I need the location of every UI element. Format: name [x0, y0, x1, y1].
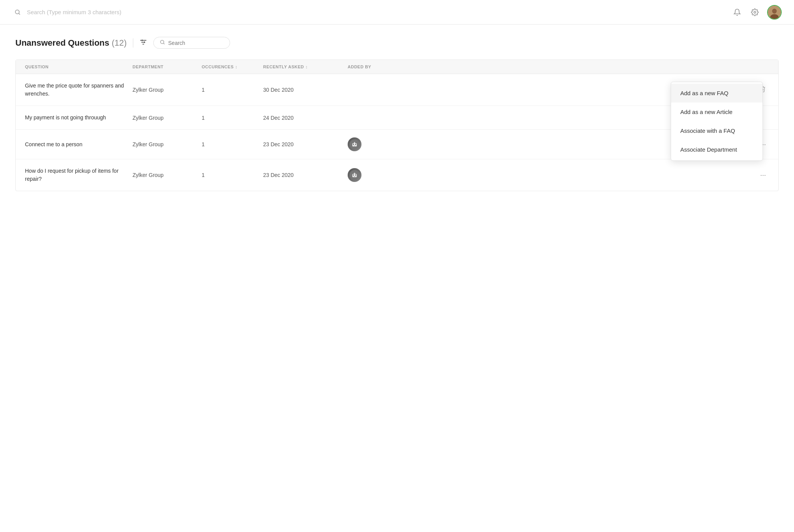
page-title: Unanswered Questions (12)	[15, 38, 127, 48]
svg-rect-18	[354, 142, 355, 143]
nav-search-area[interactable]: Search (Type minimum 3 characters)	[12, 7, 121, 18]
main-content: Unanswered Questions (12)	[0, 25, 794, 203]
occurrences-text: 1	[202, 115, 263, 121]
col-department: DEPARTMENT	[133, 64, 202, 69]
notification-icon[interactable]	[732, 7, 743, 18]
page-header: Unanswered Questions (12)	[15, 37, 779, 49]
svg-point-26	[354, 172, 355, 173]
svg-point-15	[353, 144, 354, 145]
sort-date-icon: ↕	[305, 64, 308, 69]
svg-point-16	[355, 144, 356, 145]
table-row: How do I request for pickup of items for…	[16, 159, 778, 191]
menu-item-associate-dept[interactable]: Associate Department	[671, 140, 763, 159]
search-icon	[12, 7, 23, 18]
occurrences-text: 1	[202, 172, 263, 178]
svg-point-2	[754, 11, 756, 13]
col-added-by: ADDED BY	[348, 64, 769, 69]
svg-line-1	[19, 13, 20, 15]
table-header: QUESTION DEPARTMENT OCCURENCES ↕ RECENTL…	[16, 60, 778, 74]
date-text: 30 Dec 2020	[263, 87, 348, 93]
questions-table: QUESTION DEPARTMENT OCCURENCES ↕ RECENTL…	[15, 59, 779, 191]
avatar-image	[768, 6, 781, 19]
date-text: 23 Dec 2020	[263, 141, 348, 147]
question-text: Connect me to a person	[25, 140, 133, 149]
date-text: 24 Dec 2020	[263, 115, 348, 121]
search-box-icon	[160, 40, 165, 46]
context-menu: Add as a new FAQ Add as a new Article As…	[671, 82, 763, 161]
svg-rect-25	[354, 173, 355, 174]
svg-rect-24	[353, 177, 356, 177]
question-text: How do I request for pickup of items for…	[25, 167, 133, 183]
svg-point-22	[353, 175, 354, 176]
menu-item-add-article[interactable]: Add as a new Article	[671, 102, 763, 121]
svg-point-19	[354, 141, 355, 142]
table-row: My payment is not going throuugh Zylker …	[16, 106, 778, 130]
svg-point-23	[355, 175, 356, 176]
table-row: Connect me to a person Zylker Group 1 23…	[16, 130, 778, 159]
table-row: Give me the price quote for spanners and…	[16, 74, 778, 106]
svg-line-12	[163, 43, 164, 44]
department-text: Zylker Group	[133, 141, 202, 147]
col-recently-asked[interactable]: RECENTLY ASKED ↕	[263, 64, 348, 69]
nav-search-placeholder: Search (Type minimum 3 characters)	[27, 9, 121, 15]
menu-item-add-faq[interactable]: Add as a new FAQ	[671, 84, 763, 102]
more-options-button[interactable]: ···	[757, 170, 769, 181]
col-question: QUESTION	[25, 64, 133, 69]
header-divider	[133, 38, 133, 48]
menu-item-associate-faq[interactable]: Associate with a FAQ	[671, 121, 763, 140]
occurrences-text: 1	[202, 141, 263, 147]
svg-rect-17	[353, 146, 356, 146]
search-input[interactable]	[168, 40, 222, 46]
col-occurrences[interactable]: OCCURENCES ↕	[202, 64, 263, 69]
svg-point-4	[772, 8, 777, 13]
question-count: (12)	[112, 38, 127, 48]
bot-avatar	[348, 137, 361, 151]
question-text: Give me the price quote for spanners and…	[25, 82, 133, 98]
department-text: Zylker Group	[133, 87, 202, 93]
added-by-cell: ···	[348, 168, 769, 182]
bot-avatar	[348, 168, 361, 182]
table-search-box[interactable]	[153, 37, 230, 49]
top-nav: Search (Type minimum 3 characters)	[0, 0, 794, 25]
filter-icon[interactable]	[139, 38, 147, 47]
sort-occurrences-icon: ↕	[235, 64, 237, 69]
user-avatar[interactable]	[767, 5, 782, 20]
date-text: 23 Dec 2020	[263, 172, 348, 178]
occurrences-text: 1	[202, 87, 263, 93]
department-text: Zylker Group	[133, 172, 202, 178]
question-text: My payment is not going throuugh	[25, 114, 133, 122]
nav-right-actions	[732, 5, 782, 20]
department-text: Zylker Group	[133, 115, 202, 121]
settings-icon[interactable]	[749, 7, 760, 18]
